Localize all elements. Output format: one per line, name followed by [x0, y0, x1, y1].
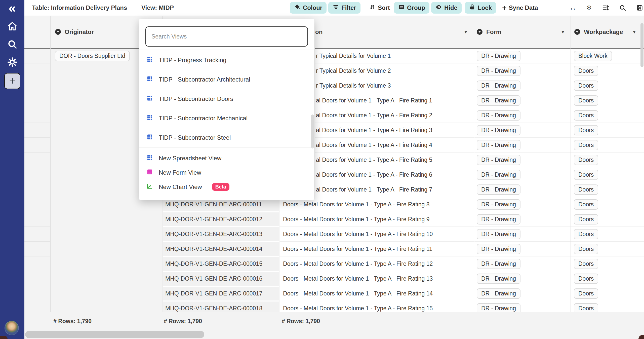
save-icon[interactable] — [634, 2, 644, 14]
table-row[interactable]: al Doors for Volume 1 - Type A - Fire Ra… — [24, 138, 644, 153]
row-form-cell[interactable]: DR - Drawing — [474, 301, 571, 312]
row-workpackage-cell[interactable]: Doors — [571, 63, 644, 78]
row-form-cell[interactable]: DR - Drawing — [474, 286, 571, 301]
row-gutter-cell[interactable] — [24, 212, 50, 227]
row-gutter-cell[interactable] — [24, 123, 50, 138]
row-description-cell[interactable]: Doors - Metal Doors for Volume 1 - Type … — [280, 301, 474, 312]
row-form-cell[interactable]: DR - Drawing — [474, 167, 571, 182]
row-workpackage-cell[interactable]: Doors — [571, 182, 644, 197]
row-description-cell[interactable]: Doors - Metal Doors for Volume 1 - Type … — [280, 271, 474, 286]
add-new-button[interactable]: + — [4, 73, 20, 89]
lock-button[interactable]: Lock — [465, 2, 496, 14]
row-id-cell[interactable]: MHQ-DOR-V1-GEN-DE-ARC-000017 — [163, 287, 279, 300]
table-row[interactable]: r Typical Details for Volume 3DR - Drawi… — [24, 78, 644, 93]
row-gutter-cell[interactable] — [24, 78, 50, 93]
row-workpackage-cell[interactable]: Doors — [571, 256, 644, 271]
colour-button[interactable]: Colour — [290, 2, 327, 14]
row-workpackage-cell[interactable]: Doors — [571, 138, 644, 153]
row-gutter-cell[interactable] — [24, 49, 50, 63]
search-icon[interactable] — [0, 38, 24, 50]
sync-data-button[interactable]: + Sync Data — [498, 2, 542, 14]
row-workpackage-cell[interactable]: Block Work — [571, 49, 644, 63]
horizontal-scrollbar[interactable] — [25, 331, 204, 338]
row-workpackage-cell[interactable]: Doors — [571, 78, 644, 93]
row-form-cell[interactable]: DR - Drawing — [474, 108, 571, 123]
views-list-scrollbar[interactable] — [311, 115, 314, 148]
table-row[interactable]: MHQ-DOR-V1-GEN-DE-ARC-000017Doors - Meta… — [24, 286, 644, 301]
row-form-cell[interactable]: DR - Drawing — [474, 242, 571, 256]
table-row[interactable]: MHQ-DOR-V1-GEN-DE-ARC-000014Doors - Meta… — [24, 242, 644, 256]
row-description-cell[interactable]: Doors - Metal Doors for Volume 1 - Type … — [280, 256, 474, 271]
row-description-cell[interactable]: Doors - Metal Doors for Volume 1 - Type … — [280, 227, 474, 242]
user-avatar[interactable] — [5, 321, 19, 335]
row-gutter-cell[interactable] — [24, 301, 50, 312]
row-description-cell[interactable]: Doors - Metal Doors for Volume 1 - Type … — [280, 212, 474, 227]
view-list-item[interactable]: TIDP - Progress Tracking — [139, 50, 314, 70]
row-workpackage-cell[interactable]: Doors — [571, 153, 644, 167]
row-workpackage-cell[interactable]: Doors — [571, 108, 644, 123]
vertical-scrollbar[interactable] — [640, 23, 643, 67]
table-row[interactable]: r Typical Details for Volume 2DR - Drawi… — [24, 63, 644, 78]
row-form-cell[interactable]: DR - Drawing — [474, 63, 571, 78]
search-views-input[interactable] — [145, 26, 308, 47]
column-header-originator[interactable]: Originator — [55, 16, 94, 48]
row-workpackage-cell[interactable]: Doors — [571, 167, 644, 182]
row-form-cell[interactable]: DR - Drawing — [474, 212, 571, 227]
table-row[interactable]: MHQ-DOR-V1-GEN-DE-ARC-000016Doors - Meta… — [24, 271, 644, 286]
row-id-cell[interactable]: MHQ-DOR-V1-GEN-DE-ARC-000016 — [163, 272, 279, 286]
view-list-item[interactable]: TIDP - Subcontractor Mechanical — [139, 108, 314, 128]
table-row[interactable]: MHQ-DOR-V1-GEN-DE-ARC-000018Doors - Meta… — [24, 301, 644, 312]
row-form-cell[interactable]: DR - Drawing — [474, 182, 571, 197]
table-row[interactable]: al Doors for Volume 1 - Type A - Fire Ra… — [24, 93, 644, 108]
view-list-item[interactable]: TIDP - Subcontractor Doors — [139, 89, 314, 108]
column-dropdown-caret[interactable]: ▼ — [463, 16, 468, 48]
column-dropdown-caret[interactable]: ▼ — [632, 16, 637, 48]
row-form-cell[interactable]: DR - Drawing — [474, 227, 571, 242]
view-list-item[interactable]: TIDP - Subcontractor Architectural — [139, 70, 314, 89]
row-gutter-cell[interactable] — [24, 153, 50, 167]
row-id-cell[interactable]: MHQ-DOR-V1-GEN-DE-ARC-000018 — [163, 302, 279, 312]
row-description-cell[interactable]: Doors - Metal Doors for Volume 1 - Type … — [280, 286, 474, 301]
column-header-workpackage[interactable]: Workpackage — [574, 16, 623, 48]
column-header-form[interactable]: Form — [476, 16, 501, 48]
row-workpackage-cell[interactable]: Doors — [571, 212, 644, 227]
row-gutter-cell[interactable] — [24, 286, 50, 301]
view-title[interactable]: View: MIDP — [141, 0, 174, 16]
row-id-cell[interactable]: MHQ-DOR-V1-GEN-DE-ARC-000015 — [163, 257, 279, 271]
table-row[interactable]: al Doors for Volume 1 - Type A - Fire Ra… — [24, 123, 644, 138]
row-form-cell[interactable]: DR - Drawing — [474, 138, 571, 153]
row-workpackage-cell[interactable]: Doors — [571, 123, 644, 138]
freeze-icon[interactable]: ❄ — [583, 2, 594, 14]
row-gutter-cell[interactable] — [24, 93, 50, 108]
row-form-cell[interactable]: DR - Drawing — [474, 93, 571, 108]
row-id-cell[interactable]: MHQ-DOR-V1-GEN-DE-ARC-000014 — [163, 242, 279, 256]
row-gutter-cell[interactable] — [24, 227, 50, 242]
row-workpackage-cell[interactable]: Doors — [571, 301, 644, 312]
column-header-description-partial[interactable]: on — [315, 16, 323, 48]
row-workpackage-cell[interactable]: Doors — [571, 286, 644, 301]
home-icon[interactable] — [0, 20, 24, 32]
row-gutter-cell[interactable] — [24, 242, 50, 256]
row-workpackage-cell[interactable]: Doors — [571, 242, 644, 256]
view-list-item[interactable]: TIDP - Subcontractor Steel — [139, 128, 314, 147]
table-row[interactable]: al Doors for Volume 1 - Type A - Fire Ra… — [24, 108, 644, 123]
resize-horizontal-icon[interactable]: ↔ — [567, 2, 578, 14]
row-gutter-cell[interactable] — [24, 63, 50, 78]
create-chart-view-item[interactable]: New Chart ViewBeta — [139, 180, 314, 194]
table-title[interactable]: Table: Information Delivery Plans — [32, 0, 127, 16]
settings-gear-icon[interactable] — [0, 56, 24, 68]
row-form-cell[interactable]: DR - Drawing — [474, 49, 571, 63]
row-form-cell[interactable]: DR - Drawing — [474, 271, 571, 286]
row-form-cell[interactable]: DR - Drawing — [474, 256, 571, 271]
group-button[interactable]: Group — [394, 2, 429, 14]
row-gutter-cell[interactable] — [24, 256, 50, 271]
table-row[interactable]: al Doors for Volume 1 - Type A - Fire Ra… — [24, 153, 644, 167]
filter-button[interactable]: Filter — [328, 2, 360, 14]
row-gutter-cell[interactable] — [24, 197, 50, 212]
row-workpackage-cell[interactable]: Doors — [571, 197, 644, 212]
table-row[interactable]: al Doors for Volume 1 - Type A - Fire Ra… — [24, 182, 644, 197]
search-icon[interactable] — [617, 2, 628, 14]
collapse-sidebar-icon[interactable]: « — [0, 2, 24, 15]
row-gutter-cell[interactable] — [24, 108, 50, 123]
create-form-view-item[interactable]: New Form View — [139, 165, 314, 180]
